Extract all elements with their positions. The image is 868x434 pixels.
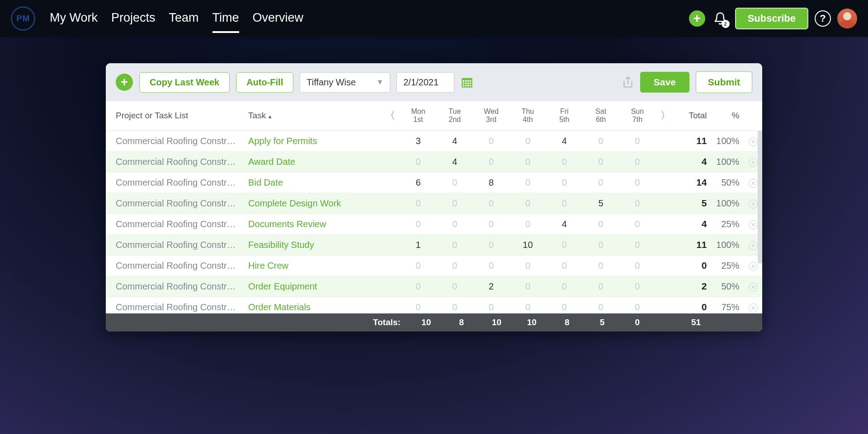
delete-row-icon[interactable]: ✕ [749, 137, 758, 146]
cell-hours[interactable]: 0 [583, 172, 619, 193]
auto-fill-button[interactable]: Auto-Fill [236, 72, 293, 93]
cell-hours[interactable]: 0 [583, 131, 619, 151]
subscribe-button[interactable]: Subscribe [735, 8, 808, 29]
calendar-icon[interactable] [461, 76, 473, 89]
cell-hours[interactable]: 0 [436, 276, 473, 297]
cell-hours[interactable]: 0 [619, 297, 656, 313]
cell-hours[interactable]: 0 [473, 297, 509, 313]
cell-hours[interactable]: 0 [619, 131, 656, 151]
cell-hours[interactable]: 0 [400, 214, 437, 234]
cell-task[interactable]: Award Date [244, 151, 381, 172]
nav-item-projects[interactable]: Projects [111, 5, 156, 33]
add-row-button[interactable]: + [116, 74, 133, 91]
export-icon[interactable] [622, 75, 634, 89]
col-task[interactable]: Task ▴ [244, 101, 381, 131]
cell-hours[interactable]: 2 [473, 276, 509, 297]
cell-hours[interactable]: 0 [619, 151, 656, 172]
cell-hours[interactable]: 0 [546, 276, 583, 297]
delete-row-icon[interactable]: ✕ [749, 179, 758, 188]
cell-hours[interactable]: 0 [619, 172, 656, 193]
cell-hours[interactable]: 0 [473, 193, 509, 214]
cell-hours[interactable]: 0 [619, 214, 656, 234]
cell-hours[interactable]: 0 [473, 214, 509, 234]
cell-task[interactable]: Hire Crew [244, 255, 381, 276]
cell-hours[interactable]: 0 [400, 151, 437, 172]
cell-hours[interactable]: 0 [546, 297, 583, 313]
cell-hours[interactable]: 0 [473, 151, 509, 172]
cell-hours[interactable]: 0 [436, 255, 473, 276]
cell-hours[interactable]: 0 [619, 234, 656, 255]
cell-hours[interactable]: 0 [436, 214, 473, 234]
logo[interactable]: PM [11, 6, 35, 31]
user-select[interactable]: Tiffany Wise ▼ [300, 72, 390, 93]
delete-row-icon[interactable]: ✕ [749, 158, 758, 167]
copy-last-week-button[interactable]: Copy Last Week [139, 72, 230, 93]
cell-hours[interactable]: 0 [436, 172, 473, 193]
cell-hours[interactable]: 0 [546, 151, 583, 172]
cell-hours[interactable]: 4 [436, 131, 473, 151]
cell-task[interactable]: Bid Date [244, 172, 381, 193]
cell-task[interactable]: Apply for Permits [244, 131, 381, 151]
cell-hours[interactable]: 0 [400, 276, 437, 297]
cell-hours[interactable]: 0 [436, 193, 473, 214]
cell-hours[interactable]: 0 [583, 151, 619, 172]
cell-hours[interactable]: 0 [583, 276, 619, 297]
cell-hours[interactable]: 0 [546, 172, 583, 193]
save-button[interactable]: Save [640, 72, 689, 93]
cell-hours[interactable]: 1 [400, 234, 437, 255]
cell-hours[interactable]: 0 [509, 214, 546, 234]
cell-hours[interactable]: 0 [509, 276, 546, 297]
nav-item-time[interactable]: Time [212, 5, 239, 33]
cell-hours[interactable]: 4 [546, 214, 583, 234]
delete-row-icon[interactable]: ✕ [749, 200, 758, 209]
delete-row-icon[interactable]: ✕ [749, 241, 758, 250]
cell-hours[interactable]: 0 [546, 234, 583, 255]
cell-hours[interactable]: 5 [583, 193, 619, 214]
cell-hours[interactable]: 0 [509, 297, 546, 313]
cell-hours[interactable]: 0 [619, 193, 656, 214]
cell-hours[interactable]: 0 [436, 234, 473, 255]
cell-hours[interactable]: 0 [473, 131, 509, 151]
cell-hours[interactable]: 8 [473, 172, 509, 193]
nav-item-my-work[interactable]: My Work [50, 5, 98, 33]
delete-row-icon[interactable]: ✕ [749, 303, 758, 313]
col-percent[interactable]: % [712, 101, 744, 131]
date-input[interactable]: 2/1/2021 [396, 72, 454, 93]
prev-week-button[interactable]: 〈 [385, 110, 395, 121]
cell-hours[interactable]: 3 [400, 131, 437, 151]
cell-task[interactable]: Order Materials [244, 297, 381, 313]
cell-hours[interactable]: 0 [583, 214, 619, 234]
cell-hours[interactable]: 0 [583, 255, 619, 276]
cell-hours[interactable]: 0 [509, 151, 546, 172]
table-scroll[interactable]: Project or Task List Task ▴ 〈 Mon1st Tue… [106, 101, 762, 313]
cell-hours[interactable]: 0 [619, 255, 656, 276]
cell-task[interactable]: Documents Review [244, 214, 381, 234]
cell-hours[interactable]: 0 [546, 193, 583, 214]
submit-button[interactable]: Submit [696, 71, 752, 93]
add-button[interactable] [689, 10, 705, 27]
cell-task[interactable]: Complete Design Work [244, 193, 381, 214]
cell-hours[interactable]: 0 [509, 255, 546, 276]
col-project[interactable]: Project or Task List [106, 101, 244, 131]
cell-task[interactable]: Order Equipment [244, 276, 381, 297]
cell-hours[interactable]: 0 [473, 234, 509, 255]
notifications-button[interactable]: 2 [712, 10, 729, 27]
delete-row-icon[interactable]: ✕ [749, 283, 758, 292]
avatar[interactable] [837, 9, 857, 28]
cell-hours[interactable]: 0 [436, 297, 473, 313]
cell-hours[interactable]: 0 [583, 297, 619, 313]
cell-hours[interactable]: 0 [400, 193, 437, 214]
cell-hours[interactable]: 0 [619, 276, 656, 297]
cell-hours[interactable]: 4 [436, 151, 473, 172]
delete-row-icon[interactable]: ✕ [749, 220, 758, 229]
col-total[interactable]: Total [675, 101, 712, 131]
cell-hours[interactable]: 0 [509, 131, 546, 151]
cell-hours[interactable]: 4 [546, 131, 583, 151]
nav-item-overview[interactable]: Overview [253, 5, 304, 33]
cell-hours[interactable]: 6 [400, 172, 437, 193]
cell-hours[interactable]: 0 [400, 255, 437, 276]
nav-item-team[interactable]: Team [169, 5, 199, 33]
help-button[interactable]: ? [815, 10, 831, 27]
cell-hours[interactable]: 0 [509, 172, 546, 193]
cell-hours[interactable]: 0 [400, 297, 437, 313]
